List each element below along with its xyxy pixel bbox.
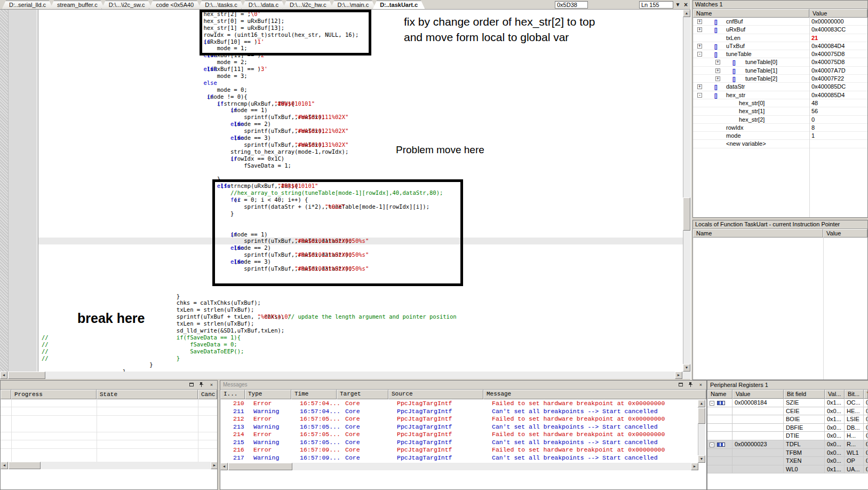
expand-icon[interactable]: +: [715, 60, 720, 65]
code-line-142[interactable]: 142: string_to_hex_array(mode-1,rowIdx);: [0, 148, 683, 155]
watch-row-tuneTable[1][interactable]: +[]tuneTable[1]0x40007A7D: [693, 67, 867, 75]
watch-row-hex_str[interactable]: -[]hex_str0x400085D4: [693, 91, 867, 99]
code-line-164[interactable]: 164: chks = calTxChks(uTxBuf);: [0, 299, 683, 306]
expand-icon[interactable]: +: [715, 76, 720, 81]
message-row-216[interactable]: ×216Error16:57:09...CorePpcJtagTargIntfF…: [229, 446, 698, 454]
messages-hscroll-thumb[interactable]: [228, 463, 292, 470]
expand-icon[interactable]: +: [697, 44, 702, 49]
scroll-right-icon[interactable]: ►: [211, 462, 218, 469]
messages-column-type[interactable]: Type: [245, 390, 291, 399]
scroll-up-icon[interactable]: ▲: [698, 400, 705, 407]
messages-column-time[interactable]: Time: [291, 390, 337, 399]
code-line-139[interactable]: 139: sprintf(uTxBuf,"#WA$010121%02X",row…: [0, 128, 683, 135]
watch-row-uTxBuf[interactable]: +[]uTxBuf0x400084D4: [693, 42, 867, 50]
scroll-up-icon[interactable]: ▲: [683, 10, 690, 17]
file-tab-2[interactable]: stream_buffer.c: [50, 1, 105, 10]
editor-vertical-scrollbar[interactable]: ▲ ▼: [683, 10, 690, 372]
scroll-left-icon[interactable]: ◄: [1, 462, 8, 469]
collapse-icon[interactable]: -: [710, 401, 714, 406]
code-line-138[interactable]: 138: else if(mode == 2): [0, 121, 683, 128]
code-line-171[interactable]: 171:// SaveDataToEEP();: [0, 348, 683, 355]
message-row-211[interactable]: !211Warning16:57:04...CorePpcJtagTargInt…: [229, 408, 698, 416]
file-tab-6[interactable]: D:\...\data.c: [241, 1, 286, 10]
file-tab-8[interactable]: D:\...\main.c: [330, 1, 376, 10]
expand-icon[interactable]: +: [697, 19, 702, 24]
message-row-210[interactable]: ×210Error16:57:04...CorePpcJtagTargIntfF…: [229, 400, 698, 408]
code-line-130[interactable]: 130: else if(uRxBuf[11] == '3'): [0, 66, 683, 73]
breakpoint-gutter[interactable]: [0, 10, 9, 372]
code-line-141[interactable]: 141: sprintf(uTxBuf,"#WA$010131%02X",row…: [0, 141, 683, 148]
code-line-145[interactable]: 145:: [0, 169, 683, 176]
code-line-129[interactable]: 129: mode = 2;: [0, 59, 683, 66]
code-line-169[interactable]: 169:// if(fSaveData == 1){: [0, 334, 683, 341]
watches-column-divider[interactable]: [809, 9, 810, 217]
restore-icon[interactable]: [677, 382, 684, 388]
code-line-144[interactable]: 144: fSaveData = 1;: [0, 162, 683, 169]
scroll-left-icon[interactable]: ◄: [0, 372, 7, 379]
file-tab-9[interactable]: D:..taskUart.c: [372, 1, 425, 10]
register-row[interactable]: TXEN0x0...OP0x...: [707, 457, 868, 465]
watches-column-value[interactable]: Value: [809, 9, 867, 18]
file-tab-7[interactable]: D:\...\i2c_hw.c: [282, 1, 333, 10]
messages-column-target[interactable]: Target: [337, 390, 388, 399]
watch-row-hex_str[2][interactable]: hex_str[2]0: [693, 116, 867, 124]
pin-icon[interactable]: [198, 382, 205, 388]
watch-row-rowIdx[interactable]: rowIdx8: [693, 124, 867, 132]
watch-row-mode[interactable]: mode1: [693, 132, 867, 140]
messages-column-message[interactable]: Message: [483, 390, 706, 399]
code-editor[interactable]: 122: hex_str[2] = '\0';123: hex_str[0] =…: [0, 10, 690, 372]
code-line-135[interactable]: 135: if(!strncmp(uRxBuf,"#WW$010101",10)…: [0, 100, 683, 107]
code-line-172[interactable]: 172:// }: [0, 355, 683, 362]
collapse-icon[interactable]: -: [710, 442, 714, 447]
tab-list-dropdown-icon[interactable]: ▼: [674, 1, 681, 9]
code-line-132[interactable]: 132: else: [0, 80, 683, 86]
messages-vscroll-thumb[interactable]: [698, 408, 705, 424]
watch-row-hex_str[1][interactable]: hex_str[1]56: [693, 107, 867, 115]
scroll-right-icon[interactable]: ►: [691, 463, 698, 470]
message-row-213[interactable]: !213Warning16:57:05...CorePpcJtagTargInt…: [229, 423, 698, 431]
watch-row-dataStr[interactable]: +[]dataStr0x400085DC: [693, 83, 867, 91]
watch-row-hex_str[0][interactable]: hex_str[0]48: [693, 99, 867, 107]
code-line-143[interactable]: 143: if(rowIdx == 0x1C): [0, 155, 683, 162]
registers-column-bit2[interactable]: Bit...: [845, 390, 864, 399]
scroll-down-icon[interactable]: ▼: [683, 364, 690, 372]
file-tab-1[interactable]: D:..serial_lld.c: [2, 1, 53, 10]
progress-hscroll-thumb[interactable]: [9, 462, 41, 469]
locals-column-value[interactable]: Value: [823, 229, 867, 238]
scroll-right-icon[interactable]: ►: [675, 372, 682, 379]
code-line-137[interactable]: 137: sprintf(uTxBuf,"#WA$010111%02X",row…: [0, 114, 683, 121]
editor-vscroll-thumb[interactable]: [683, 197, 690, 231]
code-line-136[interactable]: 136: if(mode == 1): [0, 107, 683, 114]
code-line-163[interactable]: 163: }: [0, 293, 683, 300]
code-line-162[interactable]: 162:: [0, 286, 683, 293]
messages-column-source[interactable]: Source: [388, 390, 483, 399]
registers-column-bitfield[interactable]: Bit field: [784, 390, 825, 399]
scroll-down-icon[interactable]: ▼: [698, 455, 705, 463]
progress-column-progress[interactable]: Progress: [11, 390, 97, 399]
messages-column-index[interactable]: I...: [220, 390, 245, 399]
watch-row-txLen[interactable]: txLen21: [693, 34, 867, 42]
watch-row-tuneTable[0][interactable]: +[]tuneTable[0]0x400075D8: [693, 58, 867, 66]
messages-horizontal-scrollbar[interactable]: ◄ ►: [220, 463, 698, 470]
progress-column-blank[interactable]: [1, 390, 11, 399]
registers-column-val[interactable]: Val...: [825, 390, 845, 399]
collapse-icon[interactable]: -: [697, 52, 702, 57]
register-row[interactable]: BOIE0x1...LSIE0x...: [707, 415, 868, 424]
close-icon[interactable]: ×: [208, 382, 215, 388]
register-row[interactable]: WL00x1...UA...0x...: [707, 465, 868, 474]
file-tab-5[interactable]: D:\...\tasks.c: [197, 1, 245, 10]
message-row-212[interactable]: ×212Error16:57:05...CorePpcJtagTargIntfF…: [229, 415, 698, 423]
watch-row-cnfBuf[interactable]: +[]cnfBuf0x00000000: [693, 18, 867, 26]
code-line-134[interactable]: 134: if(mode != 0){: [0, 93, 683, 100]
register-row[interactable]: CEIE0x0...HE...0x...: [707, 407, 868, 416]
watch-row-tuneTable[interactable]: -[]tuneTable0x400075D8: [693, 50, 867, 58]
code-line-140[interactable]: 140: else if(mode == 3): [0, 135, 683, 141]
expand-icon[interactable]: +: [697, 84, 702, 89]
collapse-icon[interactable]: -: [697, 93, 702, 98]
message-row-215[interactable]: !215Warning16:57:05...CorePpcJtagTargInt…: [229, 439, 698, 447]
register-row[interactable]: DTIE0x0...H...0x...: [707, 432, 868, 440]
tab-close-icon[interactable]: ×: [682, 1, 689, 9]
scroll-left-icon[interactable]: ◄: [220, 463, 228, 470]
progress-column-state[interactable]: State: [97, 390, 198, 399]
code-line-170[interactable]: 170:// fSaveData = 0;: [0, 341, 683, 348]
